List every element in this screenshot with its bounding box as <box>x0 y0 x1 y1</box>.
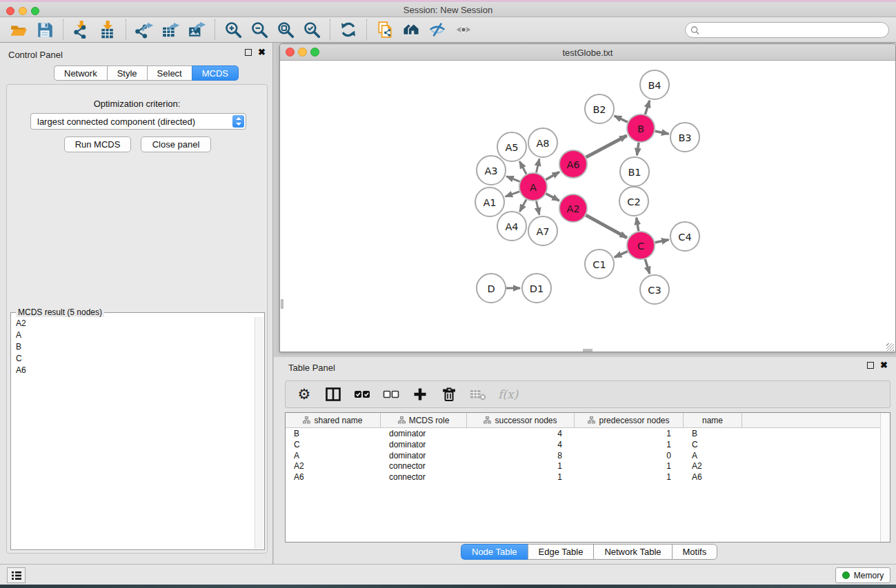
table-cell[interactable]: 8 <box>467 450 575 461</box>
result-item[interactable]: B <box>12 341 255 352</box>
close-panel-icon[interactable]: ✖ <box>258 49 266 56</box>
edge-C-C4[interactable] <box>655 240 669 243</box>
save-session-button[interactable] <box>32 19 58 41</box>
table-cell[interactable]: A <box>684 450 742 461</box>
result-item[interactable]: C <box>12 352 255 364</box>
table-cell[interactable]: 1 <box>575 460 684 472</box>
table-close-panel-icon[interactable]: ✖ <box>880 362 888 369</box>
table-cell[interactable]: 1 <box>467 460 575 472</box>
deselect-all-button[interactable] <box>382 385 400 403</box>
table-cell[interactable]: connector <box>381 472 467 483</box>
houses-button[interactable] <box>398 19 424 41</box>
edge-A-A8[interactable] <box>536 159 539 172</box>
search-input[interactable] <box>702 23 883 37</box>
import-table-button[interactable] <box>94 19 121 41</box>
eye-hidden-button[interactable] <box>424 19 450 41</box>
delete-table-button[interactable] <box>469 385 487 403</box>
result-item[interactable]: A2 <box>12 317 255 329</box>
edge-B-B1[interactable] <box>637 143 639 155</box>
zoom-in-button[interactable] <box>220 19 246 41</box>
column-header-name[interactable]: name <box>684 413 742 427</box>
edge-A-A5[interactable] <box>519 161 526 174</box>
tab-select[interactable]: Select <box>147 65 192 81</box>
table-cell[interactable]: 1 <box>575 439 684 450</box>
float-panel-icon[interactable] <box>245 49 252 56</box>
export-table-button[interactable] <box>157 19 183 41</box>
table-cell[interactable]: C <box>286 439 381 450</box>
edge-A-A3[interactable] <box>506 176 519 182</box>
zoom-selected-button[interactable] <box>299 19 325 41</box>
edge-A-A7[interactable] <box>536 201 539 215</box>
zoom-out-button[interactable] <box>246 19 272 41</box>
export-network-button[interactable] <box>131 19 157 41</box>
table-cell[interactable]: C <box>684 439 742 450</box>
network-graph[interactable]: B4B2BB3A8A5A6A3B1AA1C2A2A4A7C4CC1C3DD1 <box>281 61 895 352</box>
vertical-scroll-thumb[interactable] <box>281 299 283 309</box>
network-window-titlebar[interactable]: testGlobe.txt <box>280 44 895 61</box>
tab-network[interactable]: Network <box>54 65 107 81</box>
tab-mcds[interactable]: MCDS <box>192 65 239 81</box>
table-cell[interactable]: dominator <box>381 450 467 461</box>
task-history-button[interactable] <box>7 567 26 583</box>
delete-button[interactable] <box>440 385 458 403</box>
horizontal-scroll-thumb[interactable] <box>583 349 593 352</box>
refresh-button[interactable] <box>335 19 361 41</box>
edge-A6-B[interactable] <box>586 136 627 157</box>
import-network-button[interactable] <box>68 19 94 41</box>
column-header-shared-name[interactable]: shared name <box>286 413 381 427</box>
edge-A-A2[interactable] <box>546 194 559 201</box>
edge-A-A6[interactable] <box>546 172 559 179</box>
column-header-MCDS-role[interactable]: MCDS role <box>381 413 467 427</box>
network-canvas[interactable]: B4B2BB3A8A5A6A3B1AA1C2A2A4A7C4CC1C3DD1 <box>281 61 895 352</box>
zoom-fit-button[interactable] <box>272 19 299 41</box>
export-image-button[interactable] <box>183 19 210 41</box>
edge-A-A1[interactable] <box>506 192 520 196</box>
table-cell[interactable]: B <box>286 428 381 439</box>
table-cell[interactable]: 4 <box>467 428 575 439</box>
edge-C-C1[interactable] <box>615 252 628 258</box>
tab-style[interactable]: Style <box>107 65 147 81</box>
close-panel-button[interactable]: Close panel <box>141 136 211 152</box>
table-float-panel-icon[interactable] <box>867 362 874 369</box>
edge-C-C3[interactable] <box>645 259 650 274</box>
tab-network-table[interactable]: Network Table <box>593 544 671 560</box>
table-cell[interactable]: 1 <box>575 428 684 439</box>
result-item[interactable]: A <box>12 329 255 341</box>
edge-C-C2[interactable] <box>637 218 639 232</box>
table-cell[interactable]: 0 <box>575 450 684 461</box>
tab-node-table[interactable]: Node Table <box>461 544 528 560</box>
table-cell[interactable]: dominator <box>381 439 467 450</box>
run-mcds-button[interactable]: Run MCDS <box>64 136 131 152</box>
duplicate-network-button[interactable] <box>372 19 398 41</box>
table-cell[interactable]: connector <box>381 460 467 472</box>
table-cell[interactable]: 1 <box>467 472 575 483</box>
table-cell[interactable]: B <box>684 428 742 439</box>
tab-motifs[interactable]: Motifs <box>672 544 718 560</box>
column-header-predecessor-nodes[interactable]: predecessor nodes <box>575 413 684 427</box>
eye-visible-button[interactable] <box>450 19 477 41</box>
table-cell[interactable]: 1 <box>575 472 684 483</box>
add-button[interactable] <box>411 385 429 403</box>
table-cell[interactable]: 4 <box>467 439 575 450</box>
table-cell[interactable]: A6 <box>684 472 742 483</box>
result-scrollbar[interactable] <box>255 317 263 549</box>
table-cell[interactable]: A2 <box>286 460 381 472</box>
edge-A2-C[interactable] <box>586 215 626 238</box>
table-cell[interactable]: A2 <box>684 460 742 472</box>
edge-A-A4[interactable] <box>519 199 526 211</box>
edge-B-B3[interactable] <box>655 131 669 134</box>
column-header-successor-nodes[interactable]: successor nodes <box>467 413 575 427</box>
table-cell[interactable]: A6 <box>286 472 381 483</box>
open-session-button[interactable] <box>6 19 32 41</box>
columns-button[interactable] <box>324 385 342 403</box>
tab-edge-table[interactable]: Edge Table <box>528 544 594 560</box>
table-cell[interactable]: dominator <box>381 428 467 439</box>
table-scrollbar[interactable] <box>880 413 890 542</box>
function-builder-button[interactable]: f(x) <box>498 387 518 401</box>
resize-grip-icon[interactable] <box>886 343 894 351</box>
settings-button[interactable]: ⚙ <box>295 385 313 403</box>
search-box[interactable] <box>685 22 889 38</box>
memory-button[interactable]: Memory <box>835 567 890 583</box>
edge-B-B2[interactable] <box>615 116 628 122</box>
criterion-dropdown[interactable]: largest connected component (directed) <box>30 113 246 130</box>
